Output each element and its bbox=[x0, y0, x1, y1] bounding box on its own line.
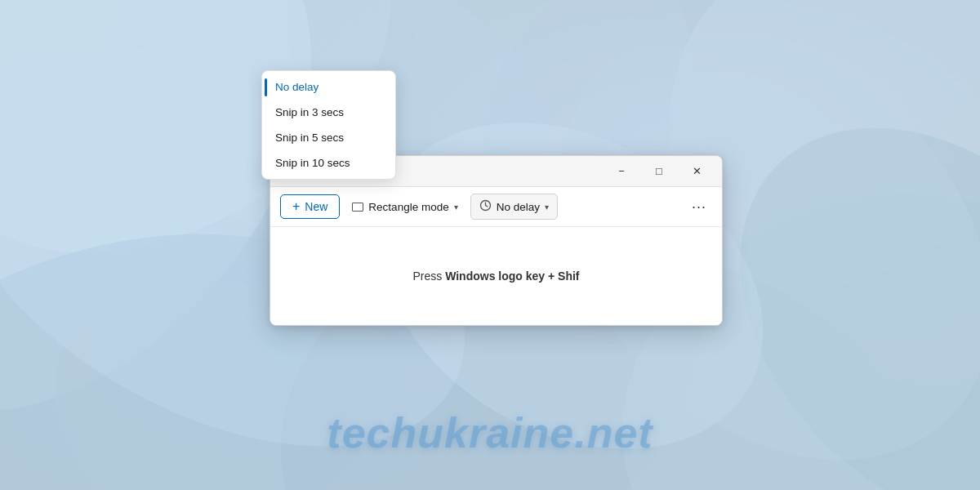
mode-button-label: Rectangle mode bbox=[368, 201, 448, 213]
more-options-button[interactable]: ··· bbox=[686, 194, 712, 220]
title-bar-controls: − □ ✕ bbox=[603, 158, 715, 185]
new-button-label: New bbox=[305, 200, 327, 213]
close-button[interactable]: ✕ bbox=[678, 158, 715, 185]
clock-icon bbox=[479, 199, 492, 214]
plus-icon: + bbox=[292, 200, 300, 213]
content-area: Press Windows logo key + Shif bbox=[270, 227, 722, 325]
no-delay-label: No delay bbox=[275, 81, 318, 93]
rectangle-icon bbox=[352, 203, 363, 212]
delay-dropdown-button[interactable]: No delay ▾ bbox=[470, 194, 558, 220]
hint-text: Press Windows logo key + Shif bbox=[412, 270, 579, 283]
toolbar: + New Rectangle mode ▾ No delay ▾ ··· bbox=[270, 187, 722, 227]
delay-button-label: No delay bbox=[497, 201, 540, 213]
delay-option-3-secs[interactable]: Snip in 3 secs bbox=[262, 100, 395, 125]
svg-line-25 bbox=[485, 206, 488, 207]
maximize-button[interactable]: □ bbox=[640, 158, 678, 185]
more-icon: ··· bbox=[692, 198, 706, 216]
delay-option-10-secs[interactable]: Snip in 10 secs bbox=[262, 150, 395, 176]
hint-bold: Windows logo key + Shif bbox=[445, 270, 579, 283]
snip-10-label: Snip in 10 secs bbox=[275, 157, 350, 169]
minimize-button[interactable]: − bbox=[603, 158, 640, 185]
delay-option-no-delay[interactable]: No delay bbox=[262, 74, 395, 100]
new-button[interactable]: + New bbox=[280, 194, 340, 219]
delay-dropdown-menu: No delay Snip in 3 secs Snip in 5 secs S… bbox=[261, 70, 396, 180]
delay-option-5-secs[interactable]: Snip in 5 secs bbox=[262, 125, 395, 150]
snip-3-label: Snip in 3 secs bbox=[275, 106, 344, 118]
delay-chevron-icon: ▾ bbox=[545, 203, 549, 212]
mode-chevron-icon: ▾ bbox=[454, 203, 458, 212]
snip-5-label: Snip in 5 secs bbox=[275, 131, 344, 144]
snipping-tool-window: Snipping Tool − □ ✕ + New Rectangle mode… bbox=[270, 155, 723, 326]
watermark: techukraine.net bbox=[327, 408, 653, 457]
mode-dropdown-button[interactable]: Rectangle mode ▾ bbox=[343, 195, 466, 219]
